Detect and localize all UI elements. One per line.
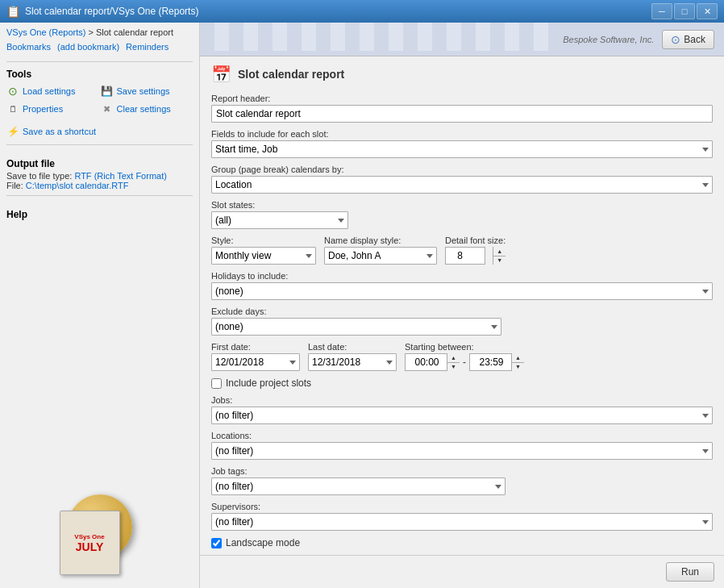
output-type-link[interactable]: RTF (Rich Text Format) xyxy=(74,171,167,181)
breadcrumb-current: Slot calendar report xyxy=(96,27,173,37)
time-to-up[interactable]: ▲ xyxy=(512,353,524,363)
output-file-path-row: File: C:\temp\slot calendar.RTF xyxy=(6,181,193,190)
fields-select[interactable]: Start time, Job xyxy=(211,140,713,158)
time-from-spinbox: ▲ ▼ xyxy=(405,353,460,371)
supervisors-select[interactable]: (no filter) xyxy=(211,513,713,531)
style-select[interactable]: Monthly view xyxy=(211,247,316,265)
load-settings-label: Load settings xyxy=(23,86,75,96)
style-col: Style: Monthly view xyxy=(211,236,316,265)
reminders-link[interactable]: Reminders xyxy=(126,42,169,52)
output-file-path[interactable]: C:\temp\slot calendar.RTF xyxy=(26,181,129,190)
clear-settings-label: Clear settings xyxy=(117,104,171,114)
group-section: Group (page break) calendars by: Locatio… xyxy=(211,165,713,194)
company-text: Bespoke Software, Inc. xyxy=(563,35,654,44)
save-shortcut-label: Save as a shortcut xyxy=(23,127,96,136)
report-header-section: Report header: xyxy=(211,94,713,123)
last-date-select[interactable]: 12/31/2018 xyxy=(308,353,397,371)
landscape-mode-checkbox[interactable] xyxy=(211,538,222,548)
top-bar: Bespoke Software, Inc. ⊙ Back xyxy=(553,23,724,56)
detail-font-col: Detail font size: ▲ ▼ xyxy=(445,236,506,265)
back-button[interactable]: ⊙ Back xyxy=(662,30,714,49)
job-tags-label: Job tags: xyxy=(211,466,713,476)
landscape-mode-row: Landscape mode xyxy=(211,537,713,548)
starting-between-col: Starting between: ▲ ▼ - xyxy=(405,342,524,371)
load-settings-item[interactable]: ⊙ Load settings xyxy=(6,83,99,99)
job-tags-select[interactable]: (no filter) xyxy=(211,477,506,495)
close-button[interactable]: ✕ xyxy=(697,3,718,19)
locations-select[interactable]: (no filter) xyxy=(211,442,713,460)
last-date-col: Last date: 12/31/2018 xyxy=(308,342,397,371)
bottom-bar: Run xyxy=(200,555,724,588)
jobs-select[interactable]: (no filter) xyxy=(211,407,713,424)
time-to-spinbox: ▲ ▼ xyxy=(469,353,524,371)
holidays-select[interactable]: (none) xyxy=(211,282,713,300)
content-area: Bespoke Software, Inc. ⊙ Back 📅 Slot cal… xyxy=(200,23,724,588)
include-project-label: Include project slots xyxy=(226,377,311,389)
breadcrumb-separator: > xyxy=(88,27,95,37)
back-button-label: Back xyxy=(684,34,705,45)
sidebar-decorative-image: VSys One JULY xyxy=(44,486,156,575)
exclude-days-select[interactable]: (none) xyxy=(211,318,501,336)
fields-section: Fields to include for each slot: Start t… xyxy=(211,129,713,158)
slot-states-label: Slot states: xyxy=(211,200,713,210)
output-file-label: File: xyxy=(6,181,23,190)
time-range: ▲ ▼ - ▲ ▼ xyxy=(405,353,524,371)
time-separator: - xyxy=(463,357,466,368)
run-button[interactable]: Run xyxy=(666,562,714,582)
help-section: Help xyxy=(6,206,193,223)
report-header-label: Report header: xyxy=(211,94,713,103)
exclude-days-section: Exclude days: (none) xyxy=(211,307,713,336)
detail-font-down[interactable]: ▼ xyxy=(493,256,506,265)
app-icon: 📋 xyxy=(6,5,20,18)
save-settings-icon: 💾 xyxy=(101,85,114,98)
slot-states-section: Slot states: (all) xyxy=(211,200,713,229)
output-section: Output file Save to file type: RTF (Rich… xyxy=(6,155,193,190)
supervisors-section: Supervisors: (no filter) xyxy=(211,502,713,531)
title-bar: 📋 Slot calendar report/VSys One (Reports… xyxy=(0,0,724,23)
tools-grid: ⊙ Load settings 🗒 Properties 💾 Save sett… xyxy=(6,83,193,117)
report-header-input[interactable] xyxy=(211,105,713,123)
tools-title: Tools xyxy=(6,69,193,80)
properties-label: Properties xyxy=(23,104,63,114)
bookmarks-link[interactable]: Bookmarks xyxy=(6,42,51,52)
properties-icon: 🗒 xyxy=(6,102,19,115)
time-from-down[interactable]: ▼ xyxy=(447,363,460,372)
slot-states-select[interactable]: (all) xyxy=(211,211,348,229)
clear-settings-item[interactable]: ✖ Clear settings xyxy=(101,101,193,117)
nav-links: Bookmarks (add bookmark) Reminders xyxy=(6,42,193,52)
group-select[interactable]: Location xyxy=(211,176,713,194)
save-shortcut-item[interactable]: ⚡ Save as a shortcut xyxy=(6,123,193,140)
load-settings-icon: ⊙ xyxy=(6,85,19,98)
help-title: Help xyxy=(6,209,193,220)
save-settings-item[interactable]: 💾 Save settings xyxy=(101,83,193,99)
first-date-label: First date: xyxy=(211,342,300,352)
exclude-days-label: Exclude days: xyxy=(211,307,713,316)
job-tags-section: Job tags: (no filter) xyxy=(211,466,713,495)
report-title: Slot calendar report xyxy=(238,68,344,81)
locations-section: Locations: (no filter) xyxy=(211,431,713,460)
group-label: Group (page break) calendars by: xyxy=(211,165,713,174)
book-decoration: VSys One JULY xyxy=(60,511,120,575)
detail-font-up[interactable]: ▲ xyxy=(493,247,506,256)
clear-settings-icon: ✖ xyxy=(101,102,114,115)
properties-item[interactable]: 🗒 Properties xyxy=(6,101,99,117)
output-type-label: Save to file type: xyxy=(6,171,72,181)
time-to-down[interactable]: ▼ xyxy=(512,363,524,372)
back-icon: ⊙ xyxy=(671,33,680,46)
add-bookmark-link[interactable]: (add bookmark) xyxy=(57,42,119,52)
first-date-select[interactable]: 12/01/2018 xyxy=(211,353,300,371)
name-display-col: Name display style: Doe, John A xyxy=(324,236,437,265)
detail-font-input[interactable] xyxy=(445,247,485,265)
sidebar-bottom: VSys One JULY xyxy=(6,478,193,583)
first-date-col: First date: 12/01/2018 xyxy=(211,342,300,371)
time-from-up[interactable]: ▲ xyxy=(447,353,460,363)
breadcrumb-link[interactable]: VSys One (Reports) xyxy=(6,27,85,37)
holidays-section: Holidays to include: (none) xyxy=(211,271,713,300)
maximize-button[interactable]: □ xyxy=(674,3,695,19)
detail-font-label: Detail font size: xyxy=(445,236,506,245)
minimize-button[interactable]: ─ xyxy=(651,3,672,19)
name-display-select[interactable]: Doe, John A xyxy=(324,247,437,265)
supervisors-label: Supervisors: xyxy=(211,502,713,511)
include-project-checkbox[interactable] xyxy=(211,378,222,389)
breadcrumb: VSys One (Reports) > Slot calendar repor… xyxy=(6,27,193,37)
